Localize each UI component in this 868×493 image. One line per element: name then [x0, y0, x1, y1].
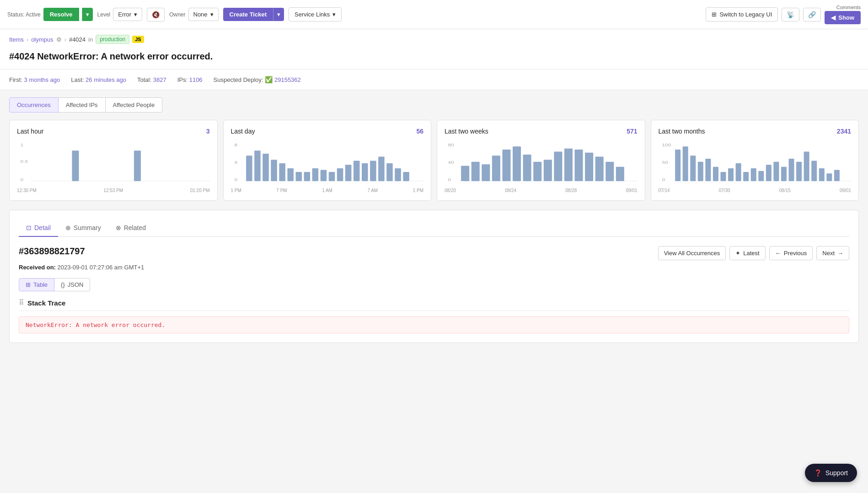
show-button[interactable]: ◀ Show: [825, 11, 861, 24]
detail-tabs: ⊡ Detail ⊕ Summary ⊗ Related: [19, 220, 849, 237]
svg-rect-60: [720, 172, 726, 181]
latest-button[interactable]: ✦ Latest: [729, 246, 765, 260]
chart-last-two-weeks-svg: 80 40 0: [445, 140, 638, 186]
ips-stat: IPs: 1106: [177, 76, 203, 83]
svg-rect-61: [728, 168, 734, 181]
stack-trace-title: Stack Trace: [27, 299, 65, 307]
service-links-chevron-icon: ▾: [332, 11, 336, 18]
svg-rect-20: [328, 172, 335, 181]
svg-rect-54: [675, 150, 680, 181]
chart-last-two-months-svg: 100 50 0: [659, 140, 852, 186]
received-on-label: Received on:: [19, 264, 56, 271]
tab-occurrences[interactable]: Occurrences: [9, 97, 59, 113]
svg-rect-47: [595, 157, 604, 181]
chart-last-day-count[interactable]: 56: [416, 128, 423, 135]
svg-rect-48: [605, 162, 614, 181]
occurrence-header: #363898821797 View All Occurrences ✦ Lat…: [19, 246, 849, 260]
environment-badge[interactable]: production: [96, 35, 129, 44]
first-stat: First: 3 months ago: [9, 76, 60, 83]
create-ticket-arrow-button[interactable]: ▾: [273, 8, 284, 21]
link-button[interactable]: 🔗: [803, 8, 821, 21]
gear-icon[interactable]: ⚙: [56, 36, 62, 43]
detail-tab-detail-icon: ⊡: [26, 224, 32, 231]
svg-text:8: 8: [234, 143, 237, 147]
detail-tab-summary[interactable]: ⊕ Summary: [58, 220, 108, 237]
owner-dropdown[interactable]: None ▾: [188, 8, 219, 21]
detail-tab-related[interactable]: ⊗ Related: [108, 220, 153, 237]
svg-text:0: 0: [234, 177, 237, 182]
chart-last-two-weeks-header: Last two weeks 571: [445, 128, 638, 135]
owner-group: Owner None ▾: [169, 8, 218, 21]
legacy-ui-button[interactable]: ⊞ Switch to Legacy UI: [706, 7, 778, 21]
received-on-value: 2023-09-01 07:27:06 am GMT+1: [58, 264, 145, 271]
svg-text:4: 4: [234, 160, 237, 165]
tab-affected-ips[interactable]: Affected IPs: [59, 97, 106, 113]
breadcrumb-area: Items › olympus ⚙ › #4024 in production …: [0, 29, 868, 70]
owner-value: None: [193, 11, 208, 18]
wifi-button[interactable]: 📡: [782, 8, 799, 21]
total-value-link[interactable]: 3827: [153, 76, 166, 83]
chart-last-hour-count[interactable]: 3: [206, 128, 210, 135]
json-icon: {}: [61, 281, 65, 288]
chart-last-two-weeks-title: Last two weeks: [445, 128, 488, 135]
toolbar-right: ⊞ Switch to Legacy UI 📡 🔗 Comments ◀ Sho…: [706, 5, 861, 24]
svg-text:0: 0: [662, 177, 665, 182]
ips-value-link[interactable]: 1106: [189, 76, 203, 83]
breadcrumb-items-link[interactable]: Items: [9, 36, 24, 43]
level-dropdown[interactable]: Error ▾: [113, 8, 142, 21]
detail-tab-related-label: Related: [124, 224, 146, 231]
status-label: Status: Active: [7, 11, 41, 18]
format-tab-json[interactable]: {} JSON: [54, 278, 90, 291]
view-all-occurrences-button[interactable]: View All Occurrences: [658, 246, 726, 260]
svg-text:100: 100: [662, 143, 671, 147]
svg-rect-56: [690, 155, 696, 181]
chart-last-two-weeks-count[interactable]: 571: [627, 128, 637, 135]
breadcrumb-in: in: [88, 36, 93, 43]
chart-last-two-months-title: Last two months: [659, 128, 705, 135]
mute-button[interactable]: 🔇: [147, 8, 165, 21]
svg-rect-14: [279, 163, 285, 181]
last-value-link[interactable]: 26 minutes ago: [86, 76, 126, 83]
service-links-button[interactable]: Service Links ▾: [289, 7, 342, 21]
occurrence-actions: View All Occurrences ✦ Latest ← Previous…: [658, 246, 849, 260]
previous-button[interactable]: ← Previous: [769, 246, 813, 260]
first-value-link[interactable]: 3 months ago: [24, 76, 60, 83]
breadcrumb-project-link[interactable]: olympus: [31, 36, 53, 43]
svg-rect-72: [811, 161, 817, 181]
create-ticket-button[interactable]: Create Ticket: [223, 8, 273, 21]
table-icon: ⊞: [26, 281, 31, 288]
chart-last-hour-labels: 12:30 PM 12:53 PM 01:20 PM: [17, 188, 210, 193]
resolve-arrow-button[interactable]: ▾: [82, 8, 93, 21]
tab-affected-people[interactable]: Affected People: [106, 97, 163, 113]
svg-rect-4: [72, 150, 79, 181]
detail-tab-related-icon: ⊗: [116, 224, 121, 231]
svg-rect-38: [502, 150, 510, 181]
deploy-value-link[interactable]: 29155362: [274, 76, 301, 83]
chart-last-hour-header: Last hour 3: [17, 128, 210, 135]
detail-tab-detail[interactable]: ⊡ Detail: [19, 220, 58, 237]
svg-rect-12: [263, 154, 269, 181]
svg-text:40: 40: [448, 160, 455, 165]
format-tab-table[interactable]: ⊞ Table: [19, 278, 54, 291]
chart-last-two-months: Last two months 2341 100 50 0: [651, 120, 859, 201]
detail-tab-summary-icon: ⊕: [65, 224, 71, 231]
svg-text:50: 50: [662, 160, 668, 165]
next-arrow-icon: →: [837, 250, 843, 257]
svg-rect-44: [564, 149, 573, 181]
next-button[interactable]: Next →: [816, 246, 849, 260]
last-stat: Last: 26 minutes ago: [71, 76, 126, 83]
service-links-label: Service Links: [295, 11, 330, 18]
show-chevron-icon: ◀: [831, 14, 836, 21]
chart-last-two-months-count[interactable]: 2341: [837, 128, 851, 135]
chart-last-two-weeks-area: 80 40 0: [445, 140, 638, 186]
svg-rect-26: [378, 157, 385, 181]
detail-tab-summary-label: Summary: [74, 224, 101, 231]
svg-rect-25: [370, 161, 376, 181]
chart-last-day-header: Last day 56: [231, 128, 424, 135]
svg-rect-74: [826, 173, 832, 181]
total-label: Total:: [137, 76, 151, 83]
last-label: Last:: [71, 76, 84, 83]
comments-label: Comments: [836, 5, 861, 10]
next-label: Next: [822, 250, 835, 257]
resolve-button[interactable]: Resolve: [43, 8, 79, 21]
